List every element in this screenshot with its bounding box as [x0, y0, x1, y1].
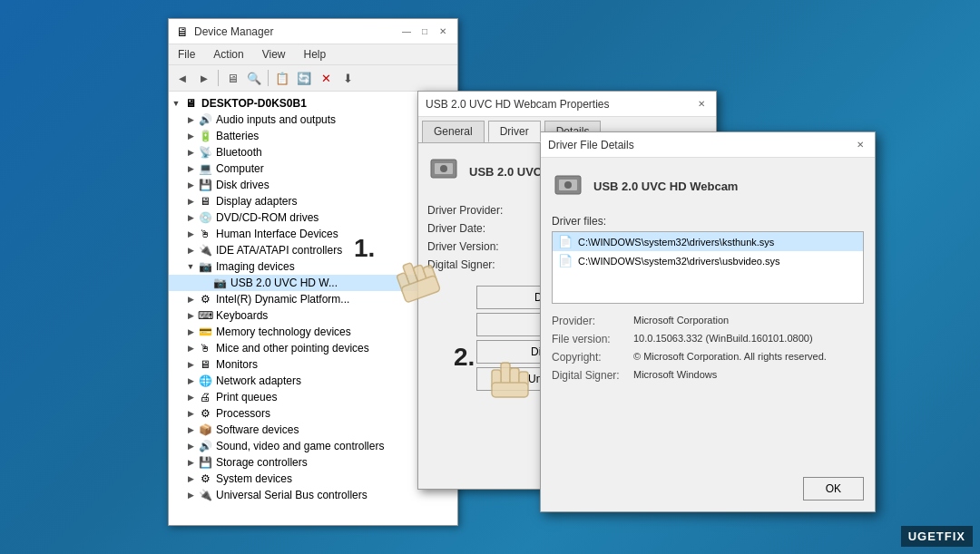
tree-monitors[interactable]: ▶ 🖥 Monitors	[169, 356, 457, 373]
dfd-file-path-1: C:\WINDOWS\system32\drivers\ksthunk.sys	[578, 237, 774, 248]
network-arrow: ▶	[183, 374, 198, 388]
driver-file-details-dialog: Driver File Details ✕ USB 2.0 UVC HD Web…	[540, 131, 876, 512]
desktop: 🖥 Device Manager — □ ✕ File Action View …	[0, 0, 980, 554]
usb-dialog-close[interactable]: ✕	[694, 97, 709, 112]
watermark-text: UGETFIX	[908, 530, 965, 543]
network-icon: 🌐	[198, 374, 212, 388]
window-controls: — □ ✕	[399, 24, 450, 39]
scan-changes-button[interactable]: ⬇	[338, 68, 358, 88]
tree-bluetooth[interactable]: ▶ 📡 Bluetooth	[169, 144, 457, 160]
audio-icon: 🔊	[198, 112, 212, 127]
svg-point-5	[564, 181, 572, 189]
toolbar-separator-1	[218, 70, 219, 86]
tree-view[interactable]: ▼ 🖥 DESKTOP-D0KS0B1 ▶ 🔊 Audio inputs and…	[169, 92, 457, 525]
menu-action[interactable]: Action	[208, 46, 249, 63]
tab-general[interactable]: General	[422, 121, 485, 142]
dfd-titlebar: Driver File Details ✕	[541, 132, 875, 158]
tree-audio[interactable]: ▶ 🔊 Audio inputs and outputs	[169, 112, 457, 128]
tree-storage[interactable]: ▶ 💾 Storage controllers	[169, 454, 457, 471]
software-icon: 📦	[198, 423, 212, 437]
forward-button[interactable]: ►	[194, 68, 214, 88]
dfd-close-button[interactable]: ✕	[853, 138, 867, 152]
scan-button[interactable]: 🔍	[244, 68, 264, 88]
print-icon: 🖨	[198, 390, 212, 404]
imaging-arrow: ▼	[183, 259, 198, 274]
intel-icon: ⚙	[198, 292, 212, 306]
tree-hid[interactable]: ▶ 🖱 Human Interface Devices	[169, 226, 457, 242]
tree-keyboards[interactable]: ▶ ⌨ Keyboards	[169, 307, 457, 324]
tree-mice[interactable]: ▶ 🖱 Mice and other pointing devices	[169, 340, 457, 356]
tree-memory[interactable]: ▶ 💳 Memory technology devices	[169, 324, 457, 340]
tree-network[interactable]: ▶ 🌐 Network adapters	[169, 373, 457, 389]
dfd-fileversion-label: File version:	[552, 333, 633, 345]
software-arrow: ▶	[183, 423, 198, 437]
toolbar: ◄ ► 🖥 🔍 📋 🔄 ✕ ⬇	[169, 65, 457, 92]
tree-system[interactable]: ▶ ⚙ System devices	[169, 471, 457, 487]
tree-root[interactable]: ▼ 🖥 DESKTOP-D0KS0B1	[169, 95, 457, 112]
dvd-icon: 💿	[198, 210, 212, 225]
tree-computer[interactable]: ▶ 💻 Computer	[169, 160, 457, 177]
usb-arrow	[198, 276, 212, 290]
dfd-file-2[interactable]: 📄 C:\WINDOWS\system32\drivers\usbvideo.s…	[553, 251, 863, 270]
show-hidden-button[interactable]: 🖥	[222, 68, 242, 88]
maximize-button[interactable]: □	[417, 24, 432, 39]
dfd-fileversion-value: 10.0.15063.332 (WinBuild.160101.0800)	[633, 333, 813, 345]
usb-device-icon	[427, 152, 460, 191]
dfd-copyright-value: © Microsoft Corporation. All rights rese…	[633, 351, 827, 364]
disk-arrow: ▶	[183, 178, 198, 192]
tree-software[interactable]: ▶ 📦 Software devices	[169, 422, 457, 438]
tree-imaging[interactable]: ▼ 📷 Imaging devices	[169, 258, 457, 275]
webcam-icon: 📷	[212, 276, 227, 290]
processors-arrow: ▶	[183, 406, 198, 421]
tree-disk[interactable]: ▶ 💾 Disk drives	[169, 177, 457, 193]
tree-ide[interactable]: ▶ 🔌 IDE ATA/ATAPI controllers	[169, 242, 457, 258]
menu-view[interactable]: View	[257, 46, 291, 63]
storage-icon: 💾	[198, 455, 212, 470]
menu-help[interactable]: Help	[299, 46, 332, 63]
file-icon-1: 📄	[558, 235, 573, 248]
tab-driver[interactable]: Driver	[488, 121, 541, 142]
tree-sound[interactable]: ▶ 🔊 Sound, video and game controllers	[169, 438, 457, 454]
hid-arrow: ▶	[183, 227, 198, 241]
usb-device-name: USB 2.0 UVC	[469, 165, 542, 179]
dfd-file-path-2: C:\WINDOWS\system32\drivers\usbvideo.sys	[578, 256, 780, 267]
tree-print[interactable]: ▶ 🖨 Print queues	[169, 389, 457, 405]
dfd-file-1[interactable]: 📄 C:\WINDOWS\system32\drivers\ksthunk.sy…	[553, 232, 863, 251]
root-arrow: ▼	[169, 96, 183, 111]
mice-arrow: ▶	[183, 341, 198, 355]
ide-icon: 🔌	[198, 243, 212, 258]
driver-signer-label: Digital Signer:	[427, 258, 527, 271]
menu-file[interactable]: File	[172, 46, 201, 63]
close-button[interactable]: ✕	[436, 24, 450, 39]
bluetooth-icon: 📡	[198, 145, 212, 160]
batteries-arrow: ▶	[183, 129, 198, 143]
update-driver-button[interactable]: 🔄	[294, 68, 314, 88]
ok-button[interactable]: OK	[803, 477, 864, 501]
tree-intel[interactable]: ▶ ⚙ Intel(R) Dynamic Platform...	[169, 291, 457, 307]
memory-arrow: ▶	[183, 325, 198, 339]
usb-ctrl-label: Universal Serial Bus controllers	[216, 489, 457, 501]
sound-icon: 🔊	[198, 439, 212, 453]
dfd-device-icon	[552, 169, 584, 204]
tree-dvd[interactable]: ▶ 💿 DVD/CD-ROM drives	[169, 209, 457, 226]
ok-btn-container: OK	[803, 477, 864, 501]
keyboards-arrow: ▶	[183, 308, 198, 323]
properties-button[interactable]: 📋	[272, 68, 292, 88]
ide-arrow: ▶	[183, 243, 198, 258]
tree-usb-webcam[interactable]: 📷 USB 2.0 UVC HD W...	[169, 275, 457, 291]
back-button[interactable]: ◄	[172, 68, 192, 88]
intel-arrow: ▶	[183, 292, 198, 306]
tree-batteries[interactable]: ▶ 🔋 Batteries	[169, 128, 457, 144]
tree-display[interactable]: ▶ 🖥 Display adapters	[169, 193, 457, 209]
uninstall-button[interactable]: ✕	[316, 68, 336, 88]
computer-arrow: ▶	[183, 161, 198, 176]
minimize-button[interactable]: —	[399, 24, 414, 39]
dfd-files-list[interactable]: 📄 C:\WINDOWS\system32\drivers\ksthunk.sy…	[552, 231, 864, 304]
tree-usb[interactable]: ▶ 🔌 Universal Serial Bus controllers	[169, 487, 457, 503]
tree-processors[interactable]: ▶ ⚙ Processors	[169, 405, 457, 422]
dfd-device-name: USB 2.0 UVC HD Webcam	[593, 180, 738, 193]
menu-bar: File Action View Help	[169, 44, 457, 65]
svg-point-2	[440, 165, 447, 172]
display-arrow: ▶	[183, 194, 198, 209]
hid-icon: 🖱	[198, 227, 212, 241]
